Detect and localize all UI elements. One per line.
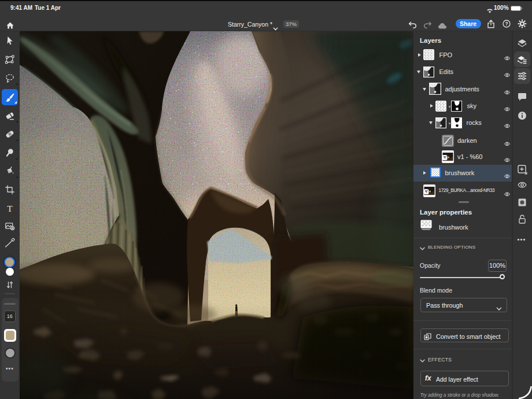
svg-text:T: T bbox=[7, 204, 13, 213]
svg-text:?: ? bbox=[505, 21, 508, 27]
